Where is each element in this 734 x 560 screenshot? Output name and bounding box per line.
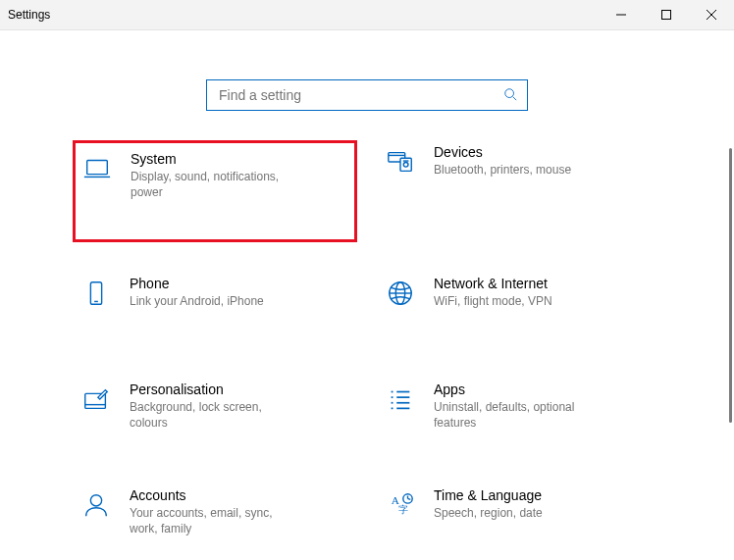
svg-text:字: 字 [398,504,408,515]
category-phone[interactable]: Phone Link your Android, iPhone [73,272,357,348]
minimize-icon [616,10,626,20]
category-title: Apps [434,382,654,397]
category-accounts[interactable]: Accounts Your accounts, email, sync, wor… [73,484,357,560]
category-time-language[interactable]: A 字 Time & Language Speech, region, date [377,484,661,560]
category-network[interactable]: Network & Internet WiFi, flight mode, VP… [377,272,661,348]
svg-point-4 [505,88,514,97]
category-desc: Bluetooth, printers, mouse [434,162,601,178]
category-desc: Link your Android, iPhone [130,293,296,309]
category-title: System [131,151,346,167]
category-title: Accounts [130,487,349,503]
apps-list-icon [385,383,416,415]
titlebar: Settings [0,0,734,30]
phone-icon [80,278,112,309]
category-title: Personalisation [130,382,349,397]
category-desc: WiFi, flight mode, VPN [434,293,601,309]
category-apps[interactable]: Apps Uninstall, defaults, optional featu… [377,378,661,454]
category-title: Devices [434,144,654,160]
close-icon [707,10,716,20]
category-desc: Your accounts, email, sync, work, family [130,505,296,536]
globe-icon [385,278,416,309]
category-desc: Background, lock screen, colours [130,399,296,431]
svg-line-33 [408,498,411,499]
search-input[interactable] [217,86,503,104]
category-desc: Display, sound, notifications, power [131,169,297,200]
settings-categories: System Display, sound, notifications, po… [73,140,661,560]
svg-point-28 [90,495,101,506]
svg-rect-10 [400,158,411,171]
search-container [206,79,528,111]
time-language-icon: A 字 [385,489,416,521]
person-icon [80,489,112,521]
search-icon [503,87,517,104]
window-title: Settings [8,8,50,22]
svg-line-5 [513,96,517,100]
category-personalisation[interactable]: Personalisation Background, lock screen,… [73,378,357,454]
maximize-button[interactable] [644,0,689,29]
svg-rect-6 [87,161,108,175]
svg-rect-1 [662,11,671,20]
category-title: Phone [130,276,349,291]
maximize-icon [661,10,671,20]
search-box[interactable] [206,79,528,111]
category-title: Time & Language [434,487,654,503]
window-controls [599,0,734,29]
paintbrush-icon [80,383,112,415]
category-devices[interactable]: Devices Bluetooth, printers, mouse [377,140,661,242]
category-desc: Speech, region, date [434,505,601,521]
laptop-icon [81,153,113,184]
scrollbar-thumb[interactable] [729,148,732,423]
devices-icon [385,146,416,178]
category-desc: Uninstall, defaults, optional features [434,399,601,431]
category-title: Network & Internet [434,276,654,291]
close-button[interactable] [689,0,734,29]
category-system[interactable]: System Display, sound, notifications, po… [73,140,357,242]
minimize-button[interactable] [599,0,644,29]
content-area: System Display, sound, notifications, po… [0,30,734,560]
